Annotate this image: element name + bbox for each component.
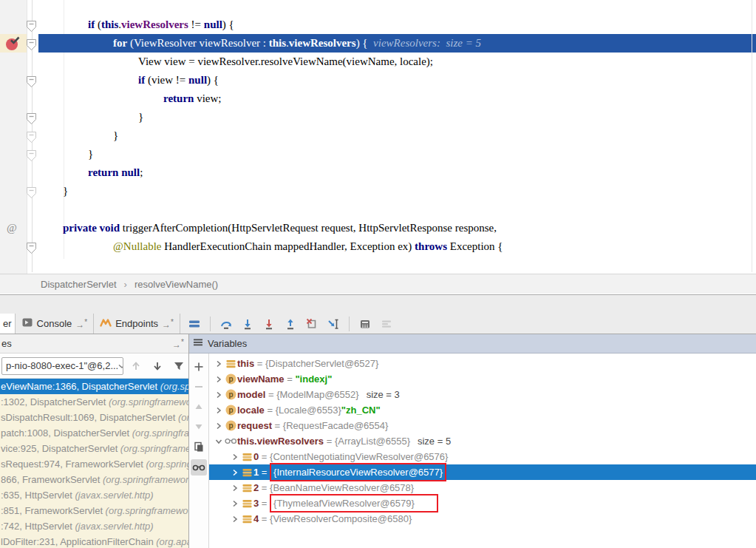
chevron-right-icon[interactable] [230,515,240,523]
variable-row[interactable]: plocale = {Locale@6553} "zh_CN" [209,402,756,418]
stack-frame-row[interactable]: :1302, DispatcherServlet (org.springfram… [0,394,188,410]
filter-frames-icon[interactable] [170,357,187,375]
step-over-icon[interactable] [218,316,234,332]
chevron-right-icon[interactable] [214,407,224,414]
variable-name: 0 [253,449,259,464]
duplicate-watch-icon[interactable] [191,439,207,454]
fold-marker-icon[interactable] [27,241,36,252]
run-to-cursor-icon[interactable] [325,316,341,332]
tab-debugger[interactable]: er [0,314,16,334]
code-text: @Nullable HandlerExecutionChain mappedHa… [0,237,756,256]
thread-selector[interactable]: p-nio-8080-exec-1"@6,2... [1,357,123,375]
chevron-right-icon[interactable] [214,376,224,383]
toolbar-separator [210,317,211,331]
chevron-right-icon[interactable] [214,360,224,368]
next-frame-icon[interactable] [149,357,166,375]
variables-panel-body: this = {DispatcherServlet@6527}pviewName… [189,354,756,548]
trace-stream-icon[interactable] [378,316,395,332]
equals-sign: = [259,449,270,464]
variable-string-value: "zh_CN" [341,402,381,418]
variable-row[interactable]: 0 = {ContentNegotiatingViewResolver@6576… [209,449,756,464]
stack-frame-row[interactable]: lDoFilter:231, ApplicationFilterChain (o… [0,534,188,548]
chevron-right-icon[interactable] [230,469,240,476]
chevron-right-icon[interactable] [230,453,240,461]
variable-name: request [237,418,272,433]
variable-row[interactable]: this = {DispatcherServlet@6527} [209,356,756,371]
chevron-down-icon[interactable] [214,438,224,445]
variable-row[interactable]: prequest = {RequestFacade@6554} [209,418,756,433]
show-watches-icon[interactable] [191,459,207,476]
code-line[interactable]: } [0,145,756,163]
stack-frame-row[interactable]: :635, HttpServlet (javax.servlet.http) [0,487,188,503]
stack-frame-row[interactable]: patch:1008, DispatcherServlet (org.sprin… [0,425,188,441]
drop-frame-icon[interactable] [304,316,320,332]
variables-title: Variables [208,338,247,349]
view-options-icon[interactable] [186,316,202,332]
variable-name: locale [237,402,265,418]
variable-value-highlighted: {ThymeleafViewResolver@6579} [270,494,438,513]
code-line[interactable]: if (this.viewResolvers != null) { [0,16,756,34]
stack-frame-row[interactable]: eViewName:1366, DispatcherServlet (org.s… [0,379,188,394]
stack-frame-row[interactable]: vice:925, DispatcherServlet (org.springf… [0,441,188,456]
code-text: return view; [0,89,756,108]
breadcrumb-method[interactable]: resolveViewName() [134,279,218,290]
fold-marker-icon[interactable] [27,38,36,49]
previous-frame-icon[interactable] [128,357,145,375]
variables-tree: this = {DispatcherServlet@6527}pviewName… [209,354,756,548]
breadcrumb-separator-icon: › [124,279,127,290]
add-watch-icon[interactable] [191,359,207,374]
code-line[interactable]: @private void triggerAfterCompletion(Htt… [0,219,756,237]
stack-frame-row[interactable]: sDispatchResult:1069, DispatcherServlet … [0,410,188,425]
variable-row[interactable]: pmodel = {ModelMap@6552}size = 3 [209,387,756,402]
code-line[interactable]: return view; [0,89,756,108]
variable-row[interactable]: 3 = {ThymeleafViewResolver@6579} [209,495,756,511]
current-execution-line[interactable]: for (ViewResolver viewResolver : this.vi… [0,34,756,53]
breakpoint-icon[interactable] [4,35,21,52]
step-into-icon[interactable] [239,316,256,332]
chevron-right-icon[interactable] [230,484,240,492]
fold-marker-icon[interactable] [27,149,36,160]
step-out-icon[interactable] [282,316,299,332]
frames-panel-header[interactable]: es →* [0,334,188,354]
svg-text:p: p [228,375,233,383]
remove-watch-icon[interactable] [191,379,207,394]
variable-row[interactable]: 2 = {BeanNameViewResolver@6578} [209,480,756,495]
stack-frame-row[interactable]: 866, FrameworkServlet (org.springframewo… [0,472,188,487]
stack-frame-row[interactable]: :742, HttpServlet (javax.servlet.http) [0,518,188,534]
chevron-right-icon[interactable] [230,500,240,507]
variable-value: {BeanNameViewResolver@6578} [270,480,414,495]
evaluate-expression-icon[interactable] [357,316,373,332]
chevron-right-icon[interactable] [214,422,224,430]
variable-row[interactable]: this.viewResolvers = {ArrayList@6555}siz… [209,433,756,449]
code-line[interactable]: return null; [0,163,756,182]
code-line[interactable]: } [0,182,756,200]
chevron-right-icon[interactable] [214,391,224,399]
variable-row[interactable]: 4 = {ViewResolverComposite@6580} [209,511,756,527]
code-line[interactable]: View view = viewResolver.resolveViewName… [0,53,756,71]
variables-panel-header[interactable]: Variables [189,334,756,354]
fold-marker-icon[interactable] [27,19,36,30]
debug-tabbar: er Console →* Endpoints →* [0,314,756,334]
force-step-into-icon[interactable] [261,316,277,332]
fold-marker-icon[interactable] [27,186,36,197]
equals-sign: = [254,356,265,371]
tab-endpoints[interactable]: Endpoints →* [94,314,180,334]
code-line[interactable]: if (view != null) { [0,71,756,89]
stack-frame-row[interactable]: sRequest:974, FrameworkServlet (org.spri… [0,456,188,472]
move-watch-up-icon[interactable] [191,399,207,414]
variable-row[interactable]: pviewName = "indexj" [209,371,756,387]
stack-frame-row[interactable]: :851, FrameworkServlet (org.springframew… [0,503,188,518]
fold-marker-icon[interactable] [27,112,36,123]
code-line[interactable]: } [0,108,756,126]
tab-console[interactable]: Console →* [16,314,95,334]
variable-row[interactable]: 1 = {InternalResourceViewResolver@6577} [209,464,756,480]
move-watch-down-icon[interactable] [191,419,207,434]
fold-marker-icon[interactable] [27,130,36,141]
code-line[interactable]: } [0,126,756,145]
fold-marker-icon[interactable] [27,75,36,86]
variable-value: {Locale@6553} [276,402,341,418]
code-line[interactable]: @Nullable HandlerExecutionChain mappedHa… [0,237,756,256]
code-line[interactable] [0,200,756,219]
breadcrumb-class[interactable]: DispatcherServlet [41,279,117,290]
code-editor[interactable]: if (this.viewResolvers != null) {for (Vi… [0,0,756,274]
